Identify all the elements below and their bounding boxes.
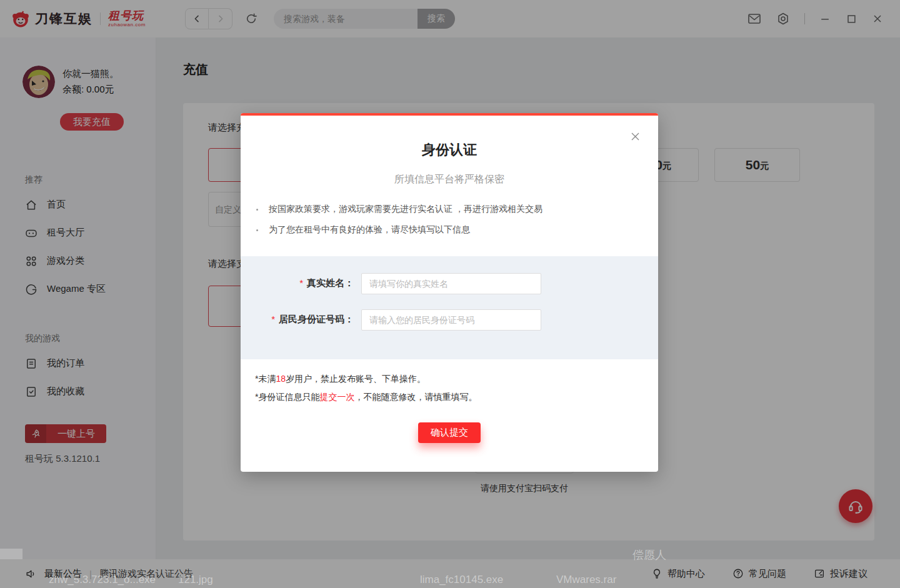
modal-note-2: *身份证信息只能提交一次，不能随意修改，请慎重填写。: [255, 392, 477, 403]
real-name-row: *真实姓名：: [241, 273, 658, 294]
modal-form-panel: *真实姓名： *居民身份证号码：: [241, 256, 658, 359]
modal-subtitle: 所填信息平台将严格保密: [241, 173, 658, 186]
modal-bullet-1: 按国家政策要求，游戏玩家需要先进行实名认证 ，再进行游戏相关交易: [256, 204, 542, 215]
modal-bullet-2: 为了您在租号中有良好的体验，请尽快填写以下信息: [256, 224, 470, 236]
id-number-label: 居民身份证号码：: [279, 314, 354, 324]
identity-verification-modal: 身份认证 所填信息平台将严格保密 按国家政策要求，游戏玩家需要先进行实名认证 ，…: [241, 113, 658, 472]
id-number-row: *居民身份证号码：: [241, 309, 658, 331]
required-asterisk: *: [271, 314, 275, 324]
confirm-submit-button[interactable]: 确认提交: [418, 422, 481, 443]
modal-title: 身份认证: [241, 141, 658, 159]
real-name-input[interactable]: [361, 273, 541, 294]
required-asterisk: *: [299, 277, 303, 288]
id-number-input[interactable]: [361, 309, 541, 331]
modal-note-1: *未满18岁用户，禁止发布账号、下单操作。: [255, 374, 426, 385]
real-name-label: 真实姓名：: [307, 277, 354, 288]
app-window: 刀锋互娱 租号玩 zuhaowan.com 搜索: [0, 0, 900, 588]
